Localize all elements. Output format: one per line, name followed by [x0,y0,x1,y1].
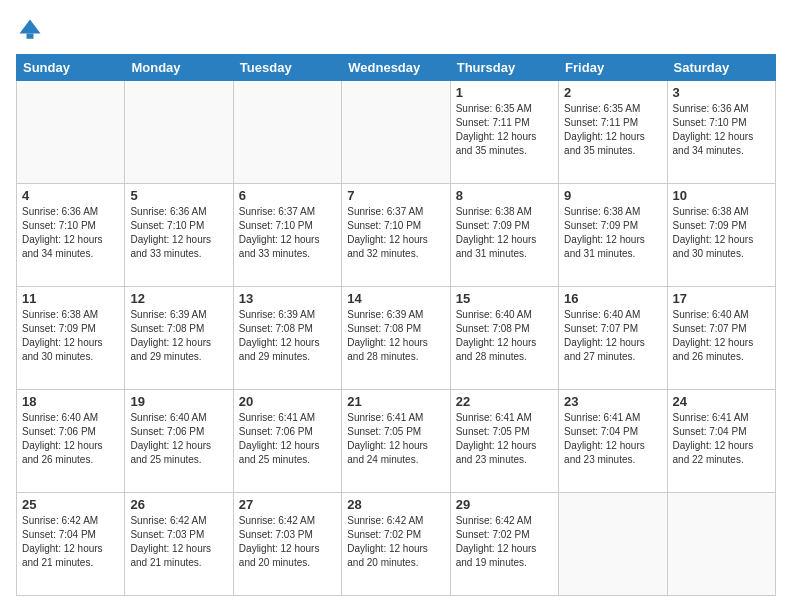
calendar-cell: 3Sunrise: 6:36 AM Sunset: 7:10 PM Daylig… [667,81,775,184]
day-number: 6 [239,188,336,203]
day-info: Sunrise: 6:39 AM Sunset: 7:08 PM Dayligh… [239,308,336,364]
calendar-table: SundayMondayTuesdayWednesdayThursdayFrid… [16,54,776,596]
calendar-cell: 26Sunrise: 6:42 AM Sunset: 7:03 PM Dayli… [125,493,233,596]
col-header-sunday: Sunday [17,55,125,81]
day-number: 2 [564,85,661,100]
col-header-wednesday: Wednesday [342,55,450,81]
day-number: 14 [347,291,444,306]
day-number: 1 [456,85,553,100]
svg-rect-1 [27,34,34,39]
day-info: Sunrise: 6:40 AM Sunset: 7:07 PM Dayligh… [673,308,770,364]
week-row-2: 11Sunrise: 6:38 AM Sunset: 7:09 PM Dayli… [17,287,776,390]
logo [16,16,48,44]
day-info: Sunrise: 6:42 AM Sunset: 7:03 PM Dayligh… [239,514,336,570]
day-number: 15 [456,291,553,306]
day-info: Sunrise: 6:37 AM Sunset: 7:10 PM Dayligh… [239,205,336,261]
col-header-saturday: Saturday [667,55,775,81]
day-number: 20 [239,394,336,409]
day-info: Sunrise: 6:36 AM Sunset: 7:10 PM Dayligh… [22,205,119,261]
calendar-cell: 4Sunrise: 6:36 AM Sunset: 7:10 PM Daylig… [17,184,125,287]
day-number: 28 [347,497,444,512]
calendar-cell: 21Sunrise: 6:41 AM Sunset: 7:05 PM Dayli… [342,390,450,493]
calendar-cell: 11Sunrise: 6:38 AM Sunset: 7:09 PM Dayli… [17,287,125,390]
day-number: 7 [347,188,444,203]
day-info: Sunrise: 6:37 AM Sunset: 7:10 PM Dayligh… [347,205,444,261]
day-info: Sunrise: 6:36 AM Sunset: 7:10 PM Dayligh… [673,102,770,158]
day-info: Sunrise: 6:41 AM Sunset: 7:06 PM Dayligh… [239,411,336,467]
week-row-0: 1Sunrise: 6:35 AM Sunset: 7:11 PM Daylig… [17,81,776,184]
calendar-cell: 17Sunrise: 6:40 AM Sunset: 7:07 PM Dayli… [667,287,775,390]
calendar-cell: 6Sunrise: 6:37 AM Sunset: 7:10 PM Daylig… [233,184,341,287]
calendar-cell: 29Sunrise: 6:42 AM Sunset: 7:02 PM Dayli… [450,493,558,596]
day-info: Sunrise: 6:38 AM Sunset: 7:09 PM Dayligh… [456,205,553,261]
calendar-cell: 9Sunrise: 6:38 AM Sunset: 7:09 PM Daylig… [559,184,667,287]
day-info: Sunrise: 6:38 AM Sunset: 7:09 PM Dayligh… [673,205,770,261]
day-info: Sunrise: 6:41 AM Sunset: 7:04 PM Dayligh… [564,411,661,467]
day-info: Sunrise: 6:42 AM Sunset: 7:02 PM Dayligh… [456,514,553,570]
day-number: 25 [22,497,119,512]
day-number: 22 [456,394,553,409]
col-header-friday: Friday [559,55,667,81]
calendar-cell [233,81,341,184]
calendar-cell: 1Sunrise: 6:35 AM Sunset: 7:11 PM Daylig… [450,81,558,184]
day-info: Sunrise: 6:35 AM Sunset: 7:11 PM Dayligh… [456,102,553,158]
page: SundayMondayTuesdayWednesdayThursdayFrid… [0,0,792,612]
calendar-cell: 15Sunrise: 6:40 AM Sunset: 7:08 PM Dayli… [450,287,558,390]
day-number: 3 [673,85,770,100]
day-number: 21 [347,394,444,409]
calendar-cell: 19Sunrise: 6:40 AM Sunset: 7:06 PM Dayli… [125,390,233,493]
calendar-cell: 13Sunrise: 6:39 AM Sunset: 7:08 PM Dayli… [233,287,341,390]
col-header-monday: Monday [125,55,233,81]
day-info: Sunrise: 6:35 AM Sunset: 7:11 PM Dayligh… [564,102,661,158]
calendar-cell: 20Sunrise: 6:41 AM Sunset: 7:06 PM Dayli… [233,390,341,493]
day-info: Sunrise: 6:40 AM Sunset: 7:06 PM Dayligh… [22,411,119,467]
day-info: Sunrise: 6:40 AM Sunset: 7:07 PM Dayligh… [564,308,661,364]
day-number: 10 [673,188,770,203]
calendar-cell: 22Sunrise: 6:41 AM Sunset: 7:05 PM Dayli… [450,390,558,493]
calendar-cell [559,493,667,596]
day-number: 13 [239,291,336,306]
day-number: 16 [564,291,661,306]
calendar-cell: 25Sunrise: 6:42 AM Sunset: 7:04 PM Dayli… [17,493,125,596]
col-header-tuesday: Tuesday [233,55,341,81]
day-number: 4 [22,188,119,203]
calendar-cell: 10Sunrise: 6:38 AM Sunset: 7:09 PM Dayli… [667,184,775,287]
calendar-cell: 18Sunrise: 6:40 AM Sunset: 7:06 PM Dayli… [17,390,125,493]
day-info: Sunrise: 6:42 AM Sunset: 7:02 PM Dayligh… [347,514,444,570]
calendar-cell: 28Sunrise: 6:42 AM Sunset: 7:02 PM Dayli… [342,493,450,596]
day-info: Sunrise: 6:40 AM Sunset: 7:06 PM Dayligh… [130,411,227,467]
day-info: Sunrise: 6:40 AM Sunset: 7:08 PM Dayligh… [456,308,553,364]
calendar-cell [125,81,233,184]
day-number: 18 [22,394,119,409]
day-info: Sunrise: 6:41 AM Sunset: 7:05 PM Dayligh… [456,411,553,467]
calendar-cell: 2Sunrise: 6:35 AM Sunset: 7:11 PM Daylig… [559,81,667,184]
day-info: Sunrise: 6:39 AM Sunset: 7:08 PM Dayligh… [130,308,227,364]
calendar-cell: 12Sunrise: 6:39 AM Sunset: 7:08 PM Dayli… [125,287,233,390]
week-row-3: 18Sunrise: 6:40 AM Sunset: 7:06 PM Dayli… [17,390,776,493]
day-info: Sunrise: 6:36 AM Sunset: 7:10 PM Dayligh… [130,205,227,261]
day-number: 29 [456,497,553,512]
day-number: 24 [673,394,770,409]
day-info: Sunrise: 6:38 AM Sunset: 7:09 PM Dayligh… [22,308,119,364]
calendar-cell [667,493,775,596]
day-number: 27 [239,497,336,512]
week-row-4: 25Sunrise: 6:42 AM Sunset: 7:04 PM Dayli… [17,493,776,596]
day-number: 5 [130,188,227,203]
day-info: Sunrise: 6:39 AM Sunset: 7:08 PM Dayligh… [347,308,444,364]
day-info: Sunrise: 6:41 AM Sunset: 7:05 PM Dayligh… [347,411,444,467]
day-number: 23 [564,394,661,409]
day-number: 9 [564,188,661,203]
calendar-cell: 27Sunrise: 6:42 AM Sunset: 7:03 PM Dayli… [233,493,341,596]
calendar-cell: 23Sunrise: 6:41 AM Sunset: 7:04 PM Dayli… [559,390,667,493]
day-info: Sunrise: 6:42 AM Sunset: 7:03 PM Dayligh… [130,514,227,570]
day-number: 17 [673,291,770,306]
day-number: 11 [22,291,119,306]
week-row-1: 4Sunrise: 6:36 AM Sunset: 7:10 PM Daylig… [17,184,776,287]
day-number: 8 [456,188,553,203]
day-info: Sunrise: 6:38 AM Sunset: 7:09 PM Dayligh… [564,205,661,261]
day-number: 19 [130,394,227,409]
logo-icon [16,16,44,44]
day-number: 12 [130,291,227,306]
calendar-cell: 24Sunrise: 6:41 AM Sunset: 7:04 PM Dayli… [667,390,775,493]
calendar-cell [17,81,125,184]
